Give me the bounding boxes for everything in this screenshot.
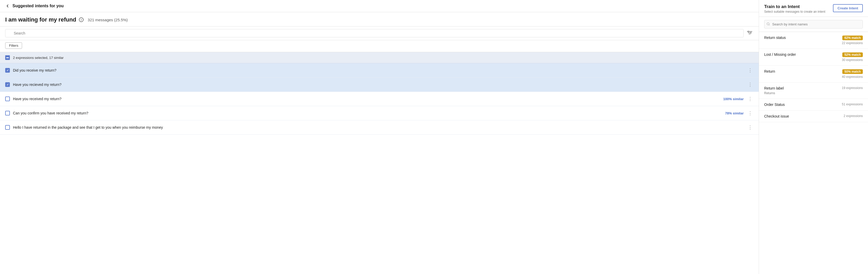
intent-header: I am waiting for my refund i 321 message… bbox=[0, 12, 759, 27]
expression-checkbox[interactable] bbox=[5, 125, 10, 130]
table-row[interactable]: Have you recieved my return? ⋮ bbox=[0, 78, 759, 92]
intent-item-name: Checkout issue bbox=[764, 114, 789, 118]
match-badge: 50% match bbox=[842, 69, 863, 74]
svg-point-5 bbox=[748, 31, 749, 32]
expression-text: Did you receive my return? bbox=[13, 68, 744, 72]
intent-item-left: Return label Returns bbox=[764, 86, 784, 95]
expression-checkbox[interactable] bbox=[5, 111, 10, 116]
search-bar bbox=[0, 27, 759, 40]
intent-item-right: 2 expressions bbox=[844, 114, 863, 118]
filters-row: Filters bbox=[0, 40, 759, 52]
more-options-icon[interactable]: ⋮ bbox=[747, 81, 753, 88]
intent-item-left: Lost / Missing order bbox=[764, 53, 796, 57]
filters-button[interactable]: Filters bbox=[5, 42, 22, 49]
intent-item-left: Return status bbox=[764, 35, 786, 40]
right-header-text: Train to an Intent Select suitable messa… bbox=[764, 4, 825, 13]
expressions-count: 22 expressions bbox=[842, 41, 863, 45]
expression-text: Hello I have returned in the package and… bbox=[13, 125, 744, 129]
expressions-list: 2 expressions selected, 17 similar Did y… bbox=[0, 52, 759, 274]
selection-header: 2 expressions selected, 17 similar bbox=[0, 52, 759, 63]
info-icon[interactable]: i bbox=[79, 18, 84, 22]
selection-text: 2 expressions selected, 17 similar bbox=[13, 56, 64, 60]
expressions-count: 40 expressions bbox=[842, 75, 863, 79]
table-row[interactable]: Hello I have returned in the package and… bbox=[0, 120, 759, 135]
intent-item-name: Return bbox=[764, 69, 775, 73]
intent-item-left: Return bbox=[764, 69, 775, 73]
intent-item-right: 62% match 22 expressions bbox=[842, 35, 863, 45]
back-button[interactable] bbox=[5, 4, 10, 8]
right-title: Train to an Intent bbox=[764, 4, 825, 9]
intent-item-name: Return label bbox=[764, 86, 784, 90]
intent-item-name: Return status bbox=[764, 35, 786, 40]
intent-item-name: Order Status bbox=[764, 102, 785, 106]
svg-point-6 bbox=[750, 32, 751, 33]
expression-checkbox[interactable] bbox=[5, 96, 10, 101]
intent-item-sub: Returns bbox=[764, 91, 784, 95]
expression-text: Have you recieved my return? bbox=[13, 83, 744, 87]
expressions-count: 51 expressions bbox=[842, 102, 863, 106]
table-row[interactable]: Have you received my return? 100% simila… bbox=[0, 92, 759, 106]
intent-item-name: Lost / Missing order bbox=[764, 53, 796, 57]
similarity-badge: 78% similar bbox=[725, 111, 744, 115]
expression-text: Can you confirm you have received my ret… bbox=[13, 111, 722, 115]
filter-sort-icon[interactable] bbox=[746, 30, 753, 37]
search-wrapper bbox=[5, 29, 744, 37]
intent-search-row bbox=[759, 17, 868, 32]
page-title: Suggested intents for you bbox=[12, 4, 64, 8]
match-badge: 62% match bbox=[842, 35, 863, 40]
expression-checkbox[interactable] bbox=[5, 68, 10, 73]
intent-item[interactable]: Return label Returns 19 expressions bbox=[759, 83, 868, 99]
match-badge: 52% match bbox=[842, 53, 863, 57]
expressions-count: 19 expressions bbox=[842, 86, 863, 90]
left-panel: Suggested intents for you I am waiting f… bbox=[0, 0, 759, 274]
intent-item-right: 52% match 30 expressions bbox=[842, 53, 863, 62]
table-row[interactable]: Can you confirm you have received my ret… bbox=[0, 106, 759, 120]
intent-item-left: Checkout issue bbox=[764, 114, 789, 118]
more-options-icon[interactable]: ⋮ bbox=[747, 110, 753, 117]
intent-item-right: 50% match 40 expressions bbox=[842, 69, 863, 79]
more-options-icon[interactable]: ⋮ bbox=[747, 95, 753, 102]
right-subtitle: Select suitable messages to create an in… bbox=[764, 10, 825, 13]
create-intent-button[interactable]: Create Intent bbox=[833, 4, 863, 12]
svg-line-8 bbox=[769, 25, 769, 25]
intent-item[interactable]: Checkout issue 2 expressions bbox=[759, 111, 868, 122]
intent-item[interactable]: Return 50% match 40 expressions bbox=[759, 66, 868, 83]
message-count: 321 messages (25.5%) bbox=[88, 18, 128, 22]
intent-search-icon bbox=[767, 22, 770, 27]
expression-checkbox[interactable] bbox=[5, 82, 10, 87]
intent-item-right: 51 expressions bbox=[842, 102, 863, 106]
expressions-count: 2 expressions bbox=[844, 114, 863, 118]
expressions-count: 30 expressions bbox=[842, 58, 863, 62]
search-input[interactable] bbox=[5, 29, 744, 37]
bulk-select-checkbox[interactable] bbox=[5, 55, 10, 60]
intent-name: I am waiting for my refund bbox=[5, 17, 76, 23]
intent-item-left: Order Status bbox=[764, 102, 785, 106]
right-header: Train to an Intent Select suitable messa… bbox=[759, 0, 868, 17]
more-options-icon[interactable]: ⋮ bbox=[747, 67, 753, 74]
intent-item-right: 19 expressions bbox=[842, 86, 863, 90]
intent-search-wrapper bbox=[764, 20, 863, 29]
intent-item[interactable]: Lost / Missing order 52% match 30 expres… bbox=[759, 49, 868, 66]
right-panel: Train to an Intent Select suitable messa… bbox=[759, 0, 868, 274]
more-options-icon[interactable]: ⋮ bbox=[747, 124, 753, 131]
expression-text: Have you received my return? bbox=[13, 97, 720, 101]
intent-search-input[interactable] bbox=[765, 20, 863, 28]
top-bar: Suggested intents for you bbox=[0, 0, 759, 12]
similarity-badge: 100% similar bbox=[723, 97, 744, 101]
table-row[interactable]: Did you receive my return? ⋮ bbox=[0, 63, 759, 78]
intent-item[interactable]: Return status 62% match 22 expressions bbox=[759, 32, 868, 49]
intent-item[interactable]: Order Status 51 expressions bbox=[759, 99, 868, 111]
